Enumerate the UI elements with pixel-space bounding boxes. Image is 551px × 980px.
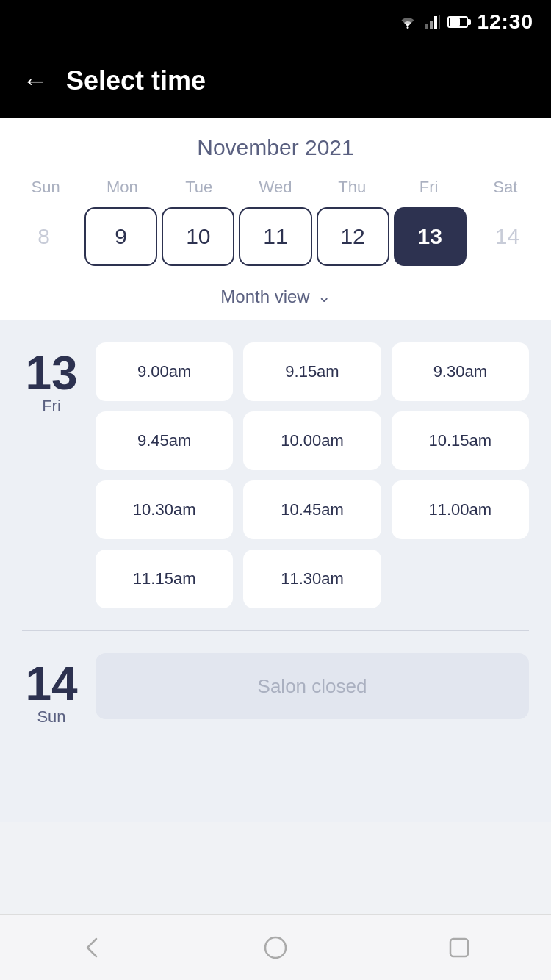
calendar-section: November 2021 Sun Mon Tue Wed Thu Fri Sa… bbox=[0, 118, 551, 320]
day-label-sun: Sun bbox=[7, 173, 84, 201]
salon-closed-container: Salon closed bbox=[96, 653, 529, 727]
page-title: Select time bbox=[66, 65, 206, 96]
week-day-labels: Sun Mon Tue Wed Thu Fri Sat bbox=[0, 173, 551, 201]
salon-closed-message: Salon closed bbox=[96, 653, 529, 719]
wifi-icon bbox=[397, 15, 418, 29]
day-name-14: Sun bbox=[37, 707, 65, 727]
time-slot-1100am[interactable]: 11.00am bbox=[392, 480, 529, 539]
day-divider bbox=[22, 630, 529, 631]
month-title: November 2021 bbox=[0, 135, 551, 160]
day-8[interactable]: 8 bbox=[7, 207, 80, 266]
day-info-14: 14 Sun bbox=[22, 653, 81, 727]
time-slot-1045am[interactable]: 10.45am bbox=[243, 480, 381, 539]
status-time: 12:30 bbox=[477, 10, 533, 34]
month-view-toggle[interactable]: Month view ⌄ bbox=[0, 276, 551, 320]
svg-point-5 bbox=[265, 937, 286, 958]
day-9[interactable]: 9 bbox=[84, 207, 157, 266]
day-number-14: 14 bbox=[25, 660, 77, 707]
nav-home-button[interactable] bbox=[257, 929, 294, 966]
nav-back-button[interactable] bbox=[73, 929, 110, 966]
day-12[interactable]: 12 bbox=[317, 207, 389, 266]
day-13[interactable]: 13 bbox=[394, 207, 467, 266]
time-slot-930am[interactable]: 9.30am bbox=[392, 342, 529, 401]
time-slot-900am[interactable]: 9.00am bbox=[96, 342, 233, 401]
day-label-sat: Sat bbox=[467, 173, 544, 201]
day-block-13: 13 Fri 9.00am 9.15am 9.30am 9.45am 10.00… bbox=[22, 342, 529, 608]
battery-icon bbox=[447, 16, 468, 28]
svg-rect-4 bbox=[439, 15, 440, 29]
day-10[interactable]: 10 bbox=[162, 207, 234, 266]
svg-point-0 bbox=[407, 26, 409, 29]
time-slot-1130am[interactable]: 11.30am bbox=[243, 550, 381, 608]
recent-nav-icon bbox=[444, 933, 474, 962]
status-bar: 12:30 bbox=[0, 0, 551, 44]
month-view-label: Month view bbox=[220, 287, 309, 307]
time-slots-13: 9.00am 9.15am 9.30am 9.45am 10.00am 10.1… bbox=[96, 342, 529, 608]
app-header: ← Select time bbox=[0, 44, 551, 118]
back-nav-icon bbox=[77, 933, 107, 962]
day-info-13: 13 Fri bbox=[22, 342, 81, 608]
day-11[interactable]: 11 bbox=[239, 207, 311, 266]
back-button[interactable]: ← bbox=[22, 68, 48, 94]
nav-recent-button[interactable] bbox=[441, 929, 478, 966]
day-number-13: 13 bbox=[25, 350, 77, 397]
time-slot-1015am[interactable]: 10.15am bbox=[392, 411, 529, 470]
time-slot-915am[interactable]: 9.15am bbox=[243, 342, 381, 401]
chevron-down-icon: ⌄ bbox=[317, 287, 331, 306]
svg-rect-3 bbox=[434, 16, 437, 29]
day-label-wed: Wed bbox=[237, 173, 314, 201]
day-block-14: 14 Sun Salon closed bbox=[22, 653, 529, 727]
svg-rect-6 bbox=[450, 939, 468, 956]
day-name-13: Fri bbox=[42, 397, 61, 416]
main-content: 13 Fri 9.00am 9.15am 9.30am 9.45am 10.00… bbox=[0, 320, 551, 822]
time-slot-945am[interactable]: 9.45am bbox=[96, 411, 233, 470]
day-label-mon: Mon bbox=[84, 173, 160, 201]
svg-rect-1 bbox=[425, 24, 428, 29]
time-slot-1030am[interactable]: 10.30am bbox=[96, 480, 233, 539]
day-14[interactable]: 14 bbox=[471, 207, 544, 266]
week-row: 8 9 10 11 12 13 14 bbox=[0, 207, 551, 266]
day-label-tue: Tue bbox=[161, 173, 237, 201]
time-slot-1000am[interactable]: 10.00am bbox=[243, 411, 381, 470]
day-label-fri: Fri bbox=[390, 173, 467, 201]
time-slot-1115am[interactable]: 11.15am bbox=[96, 550, 233, 608]
bottom-nav bbox=[0, 914, 551, 980]
status-icons bbox=[397, 15, 468, 29]
home-nav-icon bbox=[261, 933, 290, 962]
signal-icon bbox=[425, 15, 440, 29]
svg-rect-2 bbox=[430, 21, 433, 29]
day-label-thu: Thu bbox=[314, 173, 390, 201]
